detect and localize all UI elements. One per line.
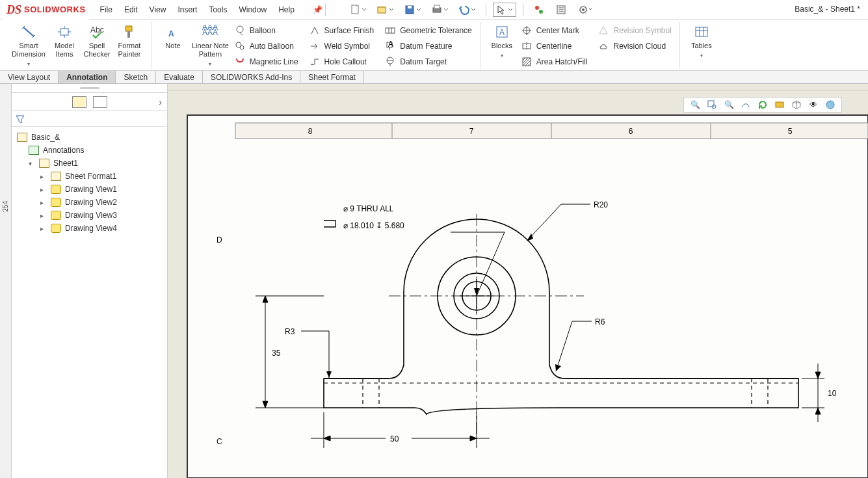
tab-view-layout[interactable]: View Layout xyxy=(0,71,59,83)
svg-text:8: 8 xyxy=(308,127,313,136)
format-painter-button[interactable]: FormatPainter xyxy=(113,22,146,60)
weld-symbol-button[interactable]: Weld Symbol xyxy=(306,39,377,53)
drawing-canvas: 8 7 6 5 D C xyxy=(168,84,868,478)
tree-drawing-view3[interactable]: ▸Drawing View3 xyxy=(14,209,164,222)
fm-tab-tree-icon[interactable] xyxy=(72,96,86,108)
pin-icon[interactable]: 📌 xyxy=(313,5,322,14)
zoom-fit-icon[interactable]: 🔍 xyxy=(689,99,701,111)
tables-button[interactable]: Tables▾ xyxy=(685,22,718,61)
app-logo: DS SOLIDWORKS xyxy=(3,0,90,20)
note-icon: A xyxy=(166,23,180,40)
datum-target-button[interactable]: Datum Target xyxy=(382,55,475,69)
magnetic-line-button[interactable]: Magnetic Line xyxy=(231,55,301,69)
magnetic-line-icon xyxy=(234,57,246,67)
appearance-icon[interactable] xyxy=(824,99,836,111)
save-button[interactable] xyxy=(401,3,425,17)
balloon-button[interactable]: Balloon xyxy=(231,23,301,38)
datum-feature-button[interactable]: ADatum Feature xyxy=(382,39,475,53)
svg-text:D: D xyxy=(217,235,222,245)
fm-tab-props-icon[interactable] xyxy=(93,96,107,108)
auto-balloon-button[interactable]: Auto Balloon xyxy=(231,39,301,53)
tree-annotations[interactable]: Annotations xyxy=(14,144,164,157)
settings-button[interactable] xyxy=(574,3,598,17)
svg-point-9 xyxy=(580,7,586,13)
menu-file[interactable]: File xyxy=(100,5,112,14)
section-view-icon[interactable] xyxy=(740,99,752,111)
tree-sheet-format1[interactable]: ▸Sheet Format1 xyxy=(14,170,164,183)
select-button[interactable] xyxy=(493,3,516,17)
drawing-viewport[interactable]: 🔍 🔍 👁 8 7 6 5 D C xyxy=(168,84,868,478)
tab-evaluate[interactable]: Evaluate xyxy=(156,71,203,83)
open-button[interactable] xyxy=(374,3,397,17)
zoom-area-icon[interactable] xyxy=(706,99,718,111)
centerline-button[interactable]: Centerline xyxy=(518,39,590,53)
blocks-icon: A xyxy=(495,23,509,40)
menu-view[interactable]: View xyxy=(150,5,166,14)
auto-balloon-icon xyxy=(234,41,246,51)
command-tabs: View Layout Annotation Sketch Evaluate S… xyxy=(0,71,868,84)
tab-annotation[interactable]: Annotation xyxy=(59,71,116,83)
datum-icon: A xyxy=(384,41,396,51)
svg-text:5: 5 xyxy=(788,127,793,136)
feature-manager: › Basic_& Annotations ▾Sheet1 ▸Sheet For… xyxy=(12,84,168,478)
linear-note-pattern-button[interactable]: AAAAAA Linear NotePattern▾ xyxy=(189,22,231,70)
svg-point-6 xyxy=(535,6,539,10)
print-button[interactable] xyxy=(428,3,452,17)
svg-point-21 xyxy=(311,64,313,65)
svg-rect-22 xyxy=(386,28,395,33)
prev-view-icon[interactable]: 🔍 xyxy=(723,99,735,111)
tree-drawing-view2[interactable]: ▸Drawing View2 xyxy=(14,196,164,209)
area-hatch-button[interactable]: Area Hatch/Fill xyxy=(518,55,590,69)
options-button[interactable] xyxy=(552,3,570,17)
tree-root[interactable]: Basic_& xyxy=(14,131,164,144)
model-items-button[interactable]: ModelItems xyxy=(48,22,81,60)
svg-text:⌀ 9 THRU ALL: ⌀ 9 THRU ALL xyxy=(343,204,394,213)
refresh-icon[interactable] xyxy=(757,99,769,111)
tree-drawing-view4[interactable]: ▸Drawing View4 xyxy=(14,222,164,235)
surface-finish-button[interactable]: Surface Finish xyxy=(306,23,377,38)
display-style-icon[interactable] xyxy=(774,99,785,111)
funnel-icon xyxy=(16,114,25,124)
menu-window[interactable]: Window xyxy=(239,5,267,14)
hatch-icon xyxy=(521,57,533,67)
hole-callout-button[interactable]: Hole Callout xyxy=(306,55,377,69)
menu-edit[interactable]: Edit xyxy=(124,5,138,14)
model-items-icon xyxy=(57,23,72,40)
svg-point-20 xyxy=(240,46,244,49)
ruler-value: 254 xyxy=(2,201,9,212)
fm-collapse-icon[interactable]: › xyxy=(159,97,162,107)
svg-text:C: C xyxy=(217,437,222,446)
geometric-tolerance-button[interactable]: Geometric Tolerance xyxy=(382,23,475,38)
balloon-icon xyxy=(234,25,246,36)
3d-views-icon[interactable] xyxy=(791,99,802,111)
svg-text:R6: R6 xyxy=(595,317,605,326)
smart-dimension-button[interactable]: SmartDimension▾ xyxy=(9,22,48,70)
blocks-button[interactable]: A Blocks▾ xyxy=(486,22,518,61)
hide-show-icon[interactable]: 👁 xyxy=(808,99,819,111)
new-button[interactable] xyxy=(347,3,370,17)
svg-text:R20: R20 xyxy=(594,200,608,209)
tree-drawing-view1[interactable]: ▸Drawing View1 xyxy=(14,183,164,196)
revision-cloud-button[interactable]: Revision Cloud xyxy=(595,39,674,53)
center-mark-button[interactable]: Center Mark xyxy=(518,23,590,38)
menu-insert[interactable]: Insert xyxy=(178,5,197,14)
centerline-icon xyxy=(521,41,533,51)
tab-addins[interactable]: SOLIDWORKS Add-Ins xyxy=(203,71,300,83)
spell-checker-button[interactable]: Abc SpellChecker xyxy=(81,22,113,60)
menu-tools[interactable]: Tools xyxy=(209,5,227,14)
center-mark-icon xyxy=(521,25,533,36)
rebuild-button[interactable] xyxy=(530,3,548,17)
svg-point-18 xyxy=(237,26,243,33)
feature-tree: Basic_& Annotations ▾Sheet1 ▸Sheet Forma… xyxy=(12,127,167,237)
fm-filter[interactable] xyxy=(12,111,167,127)
tab-sketch[interactable]: Sketch xyxy=(116,71,156,83)
panel-grip[interactable] xyxy=(80,87,99,89)
tab-sheet-format[interactable]: Sheet Format xyxy=(300,71,364,83)
note-button[interactable]: A Note xyxy=(157,22,189,51)
svg-rect-36 xyxy=(187,115,868,478)
svg-rect-3 xyxy=(408,6,412,8)
menu-help[interactable]: Help xyxy=(278,5,295,14)
tree-sheet1[interactable]: ▾Sheet1 xyxy=(14,157,164,170)
weld-icon xyxy=(309,41,321,51)
undo-button[interactable] xyxy=(456,3,479,17)
